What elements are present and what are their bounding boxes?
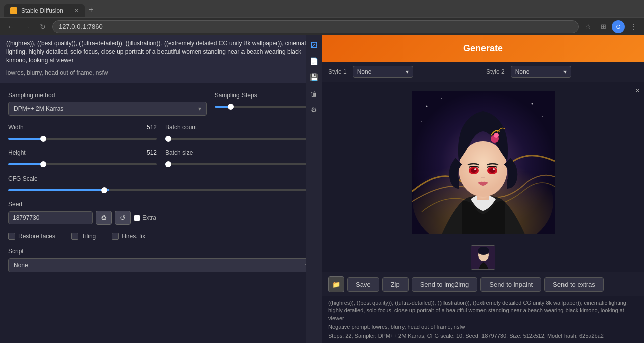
folder-button[interactable]: 📁 — [328, 276, 344, 292]
style1-label: Style 1 — [328, 68, 347, 75]
close-image-button[interactable]: × — [635, 86, 640, 95]
image-display-area: × — [322, 82, 644, 243]
forward-button[interactable]: → — [20, 20, 33, 33]
batch-count-group: Batch count 1 — [165, 124, 314, 141]
tiling-checkbox[interactable] — [71, 233, 78, 240]
hires-fix-label: Hires. fix — [122, 233, 145, 240]
icon-settings[interactable]: ⚙ — [307, 103, 321, 117]
back-button[interactable]: ← — [4, 20, 17, 33]
style2-label: Style 2 — [486, 68, 505, 75]
sampling-method-value: DPM++ 2M Karras — [14, 105, 63, 112]
info-line3: Steps: 22, Sampler: DPM++ 2M Karras, CFG… — [328, 332, 638, 340]
save-button[interactable]: Save — [347, 277, 379, 292]
icon-save-small[interactable]: 💾 — [307, 70, 321, 84]
restore-faces-checkbox[interactable] — [8, 233, 15, 240]
seed-row: Seed ♻ ↺ Extra — [8, 201, 314, 225]
sampling-method-label: Sampling method — [8, 92, 207, 99]
style1-value: None — [357, 68, 372, 75]
bookmark-icon[interactable]: ☆ — [582, 20, 595, 33]
svg-point-11 — [493, 168, 495, 170]
svg-point-13 — [441, 98, 442, 99]
menu-icon[interactable]: ⋮ — [627, 20, 640, 33]
left-panel: ((highres)), ((best quality)), ((ultra-d… — [0, 35, 322, 343]
negative-prompt-text: lowres, blurry, head out of frame, nsfw — [6, 69, 108, 76]
browser-chrome: Stable Diffusion × + ← → ↻ 127.0.0.1:786… — [0, 0, 644, 35]
script-value: None — [14, 262, 28, 269]
svg-point-10 — [474, 168, 476, 170]
thumbnail-image — [471, 246, 495, 270]
restore-faces-item[interactable]: Restore faces — [8, 233, 55, 240]
bottom-action-bar: 📁 Save Zip Send to img2img Send to inpai… — [322, 272, 644, 296]
extra-checkbox[interactable] — [134, 215, 140, 221]
svg-point-12 — [426, 106, 427, 107]
batch-size-label: Batch size 1 — [165, 149, 314, 156]
right-panel: Generate Style 1 None ▾ Style 2 None ▾ × — [322, 35, 644, 343]
generated-image — [412, 91, 555, 234]
sampling-steps-slider[interactable] — [215, 106, 314, 108]
profile-icon[interactable]: G — [612, 20, 625, 33]
script-section: Script None ▾ — [8, 248, 314, 272]
batch-size-slider[interactable] — [165, 163, 314, 165]
batch-count-label: Batch count 1 — [165, 124, 314, 131]
svg-point-16 — [421, 121, 422, 122]
refresh-button[interactable]: ↻ — [36, 20, 49, 33]
extensions-icon[interactable]: ⊞ — [597, 20, 610, 33]
negative-prompt-area[interactable]: lowres, blurry, head out of frame, nsfw — [0, 65, 322, 83]
tab-close-icon[interactable]: × — [75, 7, 78, 14]
app-layout: ((highres)), ((best quality)), ((ultra-d… — [0, 35, 644, 343]
hires-fix-checkbox[interactable] — [112, 233, 119, 240]
active-tab[interactable]: Stable Diffusion × — [4, 4, 85, 17]
info-line2: Negative prompt: lowres, blurry, head ou… — [328, 323, 638, 331]
batch-size-group: Batch size 1 — [165, 149, 314, 167]
browser-toolbar: ← → ↻ 127.0.0.1:7860 ☆ ⊞ G ⋮ — [0, 17, 644, 35]
width-label: Width 512 — [8, 124, 157, 131]
svg-point-14 — [531, 103, 533, 105]
seed-recycle-button[interactable]: ♻ — [96, 211, 112, 225]
thumbnail-strip — [322, 243, 644, 272]
style2-value: None — [515, 68, 530, 75]
cfg-slider[interactable] — [8, 189, 314, 191]
icon-paint[interactable]: 🖼 — [307, 38, 321, 52]
style2-arrow: ▾ — [564, 68, 567, 75]
send-inpaint-button[interactable]: Send to inpaint — [480, 277, 541, 292]
icon-delete[interactable]: 🗑 — [307, 87, 321, 101]
icon-copy[interactable]: 📄 — [307, 54, 321, 68]
sampling-method-arrow: ▾ — [198, 105, 201, 112]
style2-dropdown[interactable]: None ▾ — [511, 66, 571, 78]
info-line1: ((highres)), ((best quality)), ((ultra-d… — [328, 299, 638, 322]
svg-point-15 — [542, 116, 543, 117]
seed-dice-button[interactable]: ↺ — [115, 211, 131, 225]
center-icon-bar: 🖼 📄 💾 🗑 ⚙ — [306, 35, 322, 343]
width-group: Width 512 — [8, 124, 157, 141]
hires-fix-item[interactable]: Hires. fix — [112, 233, 145, 240]
sampling-method-dropdown[interactable]: DPM++ 2M Karras ▾ — [8, 102, 207, 116]
cfg-group: CFG Scale 10 — [8, 175, 314, 193]
tiling-item[interactable]: Tiling — [71, 233, 96, 240]
send-img2img-button[interactable]: Send to img2img — [412, 277, 478, 292]
height-slider[interactable] — [8, 163, 157, 165]
cfg-row: CFG Scale 10 — [8, 175, 314, 193]
generate-button[interactable]: Generate — [322, 35, 644, 62]
sampling-row: Sampling method DPM++ 2M Karras ▾ Sampli… — [8, 92, 314, 116]
width-slider[interactable] — [8, 138, 157, 140]
script-dropdown[interactable]: None ▾ — [8, 258, 314, 272]
address-bar[interactable]: 127.0.0.1:7860 — [52, 20, 579, 33]
send-extras-button[interactable]: Send to extras — [544, 277, 604, 292]
height-group: Height 512 — [8, 149, 157, 167]
style1-arrow: ▾ — [406, 68, 409, 75]
height-value: 512 — [147, 149, 157, 156]
new-tab-button[interactable]: + — [85, 2, 97, 17]
style1-dropdown[interactable]: None ▾ — [353, 66, 413, 78]
thumbnail-item[interactable] — [471, 245, 495, 270]
sampling-steps-label: Sampling Steps 22 — [215, 92, 314, 99]
zip-button[interactable]: Zip — [382, 277, 409, 292]
checkbox-row: Restore faces Tiling Hires. fix — [8, 233, 314, 240]
tab-title: Stable Diffusion — [21, 7, 63, 14]
controls-area: Sampling method DPM++ 2M Karras ▾ Sampli… — [0, 83, 322, 343]
batch-count-slider[interactable] — [165, 138, 314, 140]
styles-section: Style 1 None ▾ Style 2 None ▾ — [322, 62, 644, 82]
positive-prompt-area[interactable]: ((highres)), ((best quality)), ((ultra-d… — [0, 35, 322, 65]
positive-prompt-text: ((highres)), ((best quality)), ((ultra-d… — [6, 39, 316, 64]
seed-input[interactable] — [8, 211, 93, 224]
toolbar-actions: ☆ ⊞ G ⋮ — [582, 20, 640, 33]
